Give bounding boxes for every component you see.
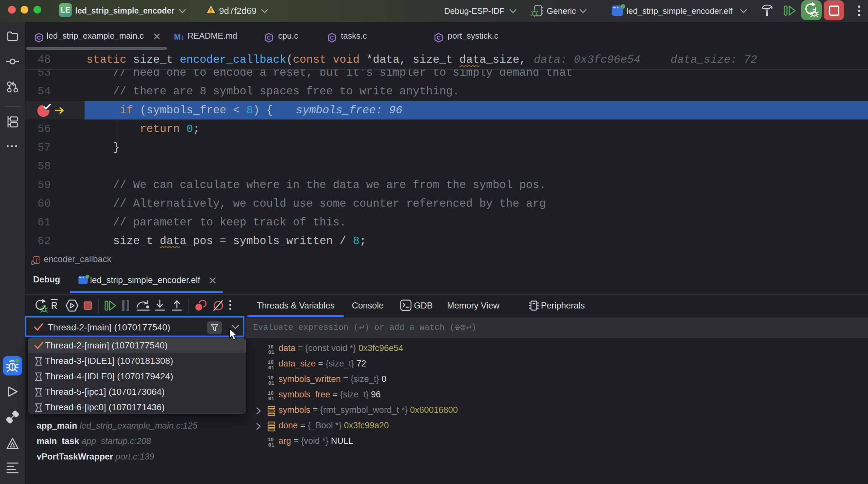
- svg-text:f: f: [36, 257, 38, 263]
- svg-text:10: 10: [268, 375, 274, 381]
- svg-text:C: C: [437, 35, 441, 40]
- svg-text:01: 01: [268, 396, 274, 401]
- svg-text:01: 01: [268, 365, 274, 370]
- svg-text:C: C: [330, 35, 334, 40]
- svg-text:C: C: [37, 35, 41, 40]
- svg-text:01: 01: [268, 443, 274, 447]
- svg-text:10: 10: [268, 391, 274, 396]
- svg-text:01: 01: [268, 350, 274, 354]
- svg-text:10: 10: [268, 344, 274, 350]
- svg-text:C: C: [267, 35, 271, 40]
- svg-text:10: 10: [268, 437, 274, 443]
- svg-text:10: 10: [268, 360, 274, 366]
- svg-text:01: 01: [268, 381, 274, 386]
